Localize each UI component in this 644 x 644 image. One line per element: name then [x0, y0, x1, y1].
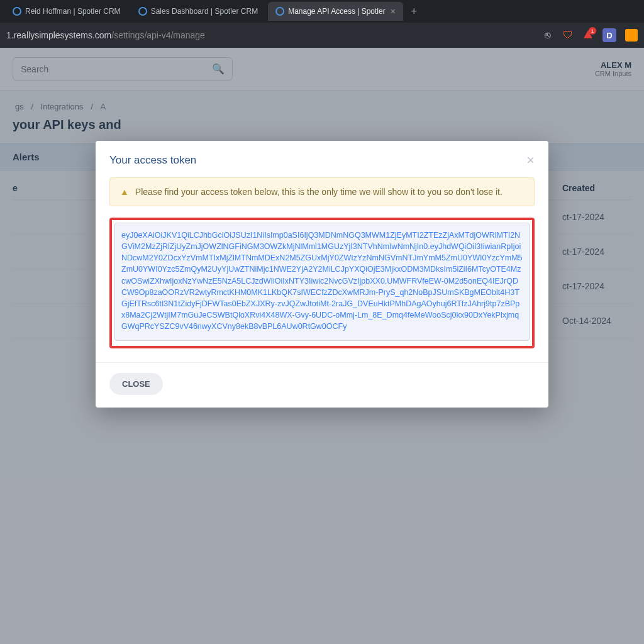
close-icon[interactable]: × — [391, 6, 396, 16]
warning-icon: ▲ — [120, 187, 129, 197]
access-token-modal: Your access token × ▲ Please find your a… — [96, 141, 548, 408]
token-warning-alert: ▲ Please find your access token below, t… — [109, 177, 535, 206]
browser-tab-1[interactable]: Reid Hoffman | Spotler CRM — [5, 2, 128, 21]
notification-icon[interactable]: 1 — [582, 30, 594, 41]
access-token-textarea[interactable] — [114, 223, 530, 341]
tab-favicon — [138, 7, 147, 16]
metamask-icon[interactable] — [625, 29, 638, 42]
browser-tab-3[interactable]: Manage API Access | Spotler × — [268, 2, 403, 21]
browser-tab-2[interactable]: Sales Dashboard | Spotler CRM — [131, 2, 266, 21]
token-highlight-frame — [109, 218, 535, 348]
modal-title: Your access token — [109, 154, 196, 167]
modal-footer: CLOSE — [96, 362, 548, 408]
url-text[interactable]: 1.reallysimplesystems.com/settings/api-v… — [6, 30, 542, 40]
browser-toolbar-icons: ⎋ 🛡 1 D — [542, 28, 638, 42]
modal-header: Your access token × — [96, 141, 548, 177]
alert-text: Please find your access token below, thi… — [135, 187, 502, 197]
url-bar: 1.reallysimplesystems.com/settings/api-v… — [0, 23, 644, 48]
close-icon[interactable]: × — [526, 152, 535, 169]
browser-tabstrip: Reid Hoffman | Spotler CRM Sales Dashboa… — [0, 0, 644, 23]
tab-favicon — [275, 7, 284, 16]
tab-title: Sales Dashboard | Spotler CRM — [151, 7, 258, 16]
tab-favicon — [13, 7, 21, 16]
notification-badge: 1 — [589, 27, 596, 35]
new-tab-button[interactable]: + — [406, 5, 423, 18]
tab-title: Manage API Access | Spotler — [288, 7, 386, 16]
app-content: 🔍 ALEX M CRM Inputs gs / Integrations / … — [0, 48, 644, 644]
tab-title: Reid Hoffman | Spotler CRM — [25, 7, 121, 16]
brave-shield-icon[interactable]: 🛡 — [562, 30, 574, 41]
extension-d-icon[interactable]: D — [602, 28, 616, 42]
close-button[interactable]: CLOSE — [109, 373, 163, 395]
share-icon[interactable]: ⎋ — [542, 30, 553, 41]
